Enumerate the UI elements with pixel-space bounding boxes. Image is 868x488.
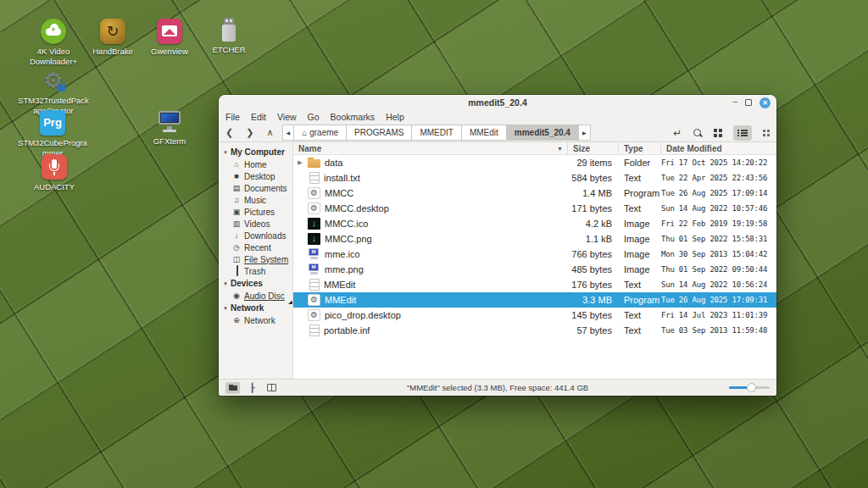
- file-row[interactable]: Mmme.png 485 bytesImageThu 01 Sep 2022 0…: [293, 262, 776, 277]
- sidebar-item-network[interactable]: ⊕Network: [219, 314, 292, 326]
- sidebar-section-my-computer[interactable]: ▼My Computer: [219, 146, 292, 158]
- desktop-icon-label: ETCHER: [212, 45, 245, 55]
- sidebar-item-videos[interactable]: ▥Videos: [219, 218, 292, 230]
- desktop-icon-stm32cubeprogrammer[interactable]: Prg STM32CubeProgrammer: [16, 110, 89, 158]
- menu-help[interactable]: Help: [386, 112, 404, 122]
- executable-gear-icon: ⚙: [308, 202, 320, 214]
- file-row[interactable]: install.txt 584 bytesTextTue 22 Apr 2025…: [293, 170, 776, 186]
- sidebar-item-trash[interactable]: Trash: [219, 265, 292, 277]
- split-panel-icon: [267, 384, 276, 391]
- zoom-slider-handle[interactable]: [747, 383, 756, 392]
- column-header-date-modified[interactable]: Date Modified: [661, 142, 776, 154]
- forward-button[interactable]: ❯: [246, 128, 253, 137]
- breadcrumb-scroll-right-icon[interactable]: ▶: [578, 125, 591, 141]
- sidebar-section-network[interactable]: ▼Network: [219, 302, 292, 314]
- breadcrumb: ◀ ⌂graeme PROGRAMS MMEDIT MMEdit mmedit5…: [282, 125, 591, 141]
- file-manager-window: mmedit5_20.4 – ✕ File Edit View Go Bookm…: [219, 95, 776, 396]
- file-row[interactable]: ↓MMCC.png 1.1 kBImageThu 01 Sep 2022 15:…: [293, 231, 776, 247]
- sort-arrow-icon: ▼: [557, 146, 563, 152]
- home-icon: ⌂: [302, 129, 307, 137]
- menu-edit[interactable]: Edit: [251, 112, 266, 122]
- folder-icon: [229, 385, 237, 391]
- etcher-usb-icon: [216, 17, 242, 42]
- column-header-name[interactable]: Name▼: [293, 142, 568, 154]
- sidebar-item-file-system[interactable]: ◫File System: [219, 253, 292, 265]
- file-row[interactable]: ▶data 29 itemsFolderFri 17 Oct 2025 14:2…: [293, 155, 776, 170]
- desktop-icon-audacity[interactable]: AUDACITY: [18, 154, 91, 192]
- file-row-selected[interactable]: ⚙MMEdit 3.3 MBProgramTue 26 Aug 2025 17:…: [293, 292, 776, 308]
- sidebar-item-recent[interactable]: ◷Recent: [219, 241, 292, 253]
- prg-icon: Prg: [40, 110, 65, 136]
- drive-icon: ◫: [232, 256, 241, 263]
- collapse-caret-icon: ▼: [223, 306, 228, 311]
- gear-lock-icon: ⚙: [41, 68, 66, 93]
- minimize-button[interactable]: –: [732, 97, 737, 106]
- close-button[interactable]: ✕: [760, 97, 771, 108]
- menu-file[interactable]: File: [225, 112, 240, 122]
- sidebar-item-audio-disc[interactable]: ◉Audio Disc: [219, 290, 292, 302]
- file-row[interactable]: ⚙MMCC 1.4 MBProgramTue 26 Aug 2025 17:09…: [293, 186, 776, 201]
- file-rows: ▶data 29 itemsFolderFri 17 Oct 2025 14:2…: [293, 155, 776, 379]
- icon-view-icon[interactable]: [714, 129, 717, 132]
- collapse-caret-icon: ▼: [223, 281, 228, 286]
- menu-bookmarks[interactable]: Bookmarks: [331, 112, 376, 122]
- breadcrumb-programs[interactable]: PROGRAMS: [346, 125, 411, 141]
- compact-view-icon[interactable]: [763, 130, 765, 132]
- titlebar[interactable]: mmedit5_20.4 – ✕: [219, 95, 776, 110]
- breadcrumb-scroll-left-icon[interactable]: ◀: [282, 125, 294, 141]
- video-icon: ▥: [232, 220, 241, 228]
- expander-icon[interactable]: ▶: [297, 159, 303, 166]
- file-row[interactable]: ⚙MMCC.desktop 171 bytesTextSun 14 Aug 20…: [293, 201, 776, 216]
- maximize-button[interactable]: [745, 99, 752, 106]
- sidebar-item-pictures[interactable]: ▣Pictures: [219, 206, 292, 218]
- status-text: "MMEdit" selected (3.3 MB), Free space: …: [219, 383, 776, 392]
- up-button[interactable]: ∧: [266, 128, 273, 137]
- menubar: File Edit View Go Bookmarks Help: [219, 110, 776, 124]
- handbrake-icon: ↻: [100, 19, 125, 44]
- trash-icon: [232, 268, 241, 275]
- mme-monitor-icon: M: [308, 263, 320, 275]
- back-button[interactable]: ❮: [225, 128, 233, 137]
- menu-go[interactable]: Go: [308, 112, 320, 122]
- detailed-list-view-button[interactable]: [733, 125, 752, 141]
- sidebar-item-music[interactable]: ♫Music: [219, 194, 292, 206]
- edit-path-icon[interactable]: ↵: [673, 127, 682, 139]
- file-row[interactable]: ⚙pico_drop.desktop 145 bytesTextFri 14 J…: [293, 308, 776, 323]
- sidebar-item-documents[interactable]: ▤Documents: [219, 182, 292, 194]
- globe-icon: ⊕: [232, 317, 241, 324]
- desktop-icon-gfxterm[interactable]: GFXterm: [133, 108, 206, 147]
- desktop-icon-label: AUDACITY: [34, 182, 75, 192]
- text-file-icon: [309, 279, 320, 291]
- desktop-icon-stm32trustedpackagecreator[interactable]: ⚙ STM32TrustedPackageCreator: [17, 68, 90, 116]
- window-title: mmedit5_20.4: [219, 97, 776, 108]
- 4k-video-downloader-icon: +: [41, 19, 66, 44]
- sidebar-item-desktop[interactable]: ■Desktop: [219, 170, 292, 182]
- file-row[interactable]: portable.inf 57 bytesTextTue 03 Sep 2013…: [293, 323, 776, 338]
- zoom-slider[interactable]: [729, 386, 770, 389]
- executable-gear-icon: ⚙: [308, 187, 320, 199]
- column-header-size[interactable]: Size: [568, 142, 619, 154]
- file-row[interactable]: ↓MMCC.ico 4.2 kBImageFri 22 Feb 2019 19:…: [293, 216, 776, 231]
- file-row[interactable]: Mmme.ico 766 bytesImageMon 30 Sep 2013 1…: [293, 247, 776, 262]
- document-icon: ▤: [232, 185, 241, 192]
- breadcrumb-home[interactable]: ⌂graeme: [293, 125, 346, 141]
- desktop-icon-etcher[interactable]: ETCHER: [192, 17, 265, 55]
- column-header-type[interactable]: Type: [619, 142, 661, 154]
- mmcc-image-icon: ↓: [308, 218, 320, 230]
- breadcrumb-mmedit[interactable]: MMEdit: [461, 125, 506, 141]
- menu-view[interactable]: View: [277, 112, 297, 122]
- breadcrumb-mmedit-upper[interactable]: MMEDIT: [411, 125, 460, 141]
- list-view-icon: [737, 129, 748, 137]
- music-note-icon: ♫: [232, 197, 241, 204]
- breadcrumb-current[interactable]: mmedit5_20.4: [506, 125, 578, 141]
- clock-icon: ◷: [232, 244, 241, 252]
- executable-gear-icon: ⚙: [308, 309, 320, 321]
- executable-gear-icon: ⚙: [308, 294, 320, 306]
- home-icon: ⌂: [232, 161, 241, 169]
- search-icon[interactable]: [693, 128, 703, 138]
- disc-icon: ◉: [232, 292, 241, 300]
- sidebar-section-devices[interactable]: ▼Devices: [219, 277, 292, 290]
- sidebar-item-downloads[interactable]: ↓Downloads: [219, 230, 292, 241]
- file-row[interactable]: MMEdit 176 bytesTextSun 14 Aug 2022 10:5…: [293, 277, 776, 292]
- sidebar-item-home[interactable]: ⌂Home: [219, 158, 292, 170]
